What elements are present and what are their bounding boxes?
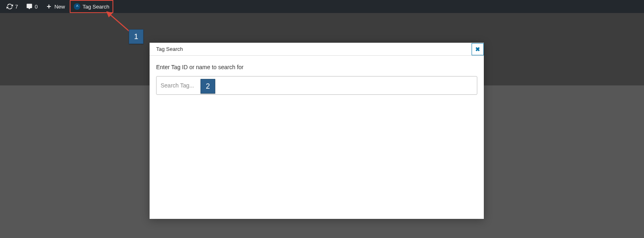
modal-title: Tag Search bbox=[156, 46, 183, 52]
tag-search-item[interactable]: ^ Tag Search bbox=[70, 0, 113, 13]
refresh-icon bbox=[7, 3, 13, 10]
modal-header: Tag Search ✖ bbox=[150, 43, 484, 56]
annotation-callout-2: 2 bbox=[201, 79, 215, 94]
plus-icon bbox=[46, 3, 52, 10]
close-button[interactable]: ✖ bbox=[472, 43, 484, 55]
new-label: New bbox=[54, 4, 65, 10]
close-icon: ✖ bbox=[475, 46, 480, 52]
admin-top-bar: 7 0 New ^ Tag Search bbox=[0, 0, 644, 13]
comments-item[interactable]: 0 bbox=[23, 0, 41, 13]
annotation-callout-1: 1 bbox=[129, 29, 143, 44]
comment-icon bbox=[26, 3, 33, 10]
tag-search-label: Tag Search bbox=[82, 4, 109, 10]
refresh-count: 7 bbox=[15, 4, 18, 10]
modal-body: Enter Tag ID or name to search for bbox=[150, 56, 484, 103]
refresh-item[interactable]: 7 bbox=[3, 0, 21, 13]
comment-count: 0 bbox=[35, 4, 37, 10]
search-label: Enter Tag ID or name to search for bbox=[156, 64, 477, 70]
tag-search-icon: ^ bbox=[74, 3, 80, 10]
new-item[interactable]: New bbox=[42, 0, 68, 13]
tag-search-modal: Tag Search ✖ Enter Tag ID or name to sea… bbox=[150, 43, 484, 219]
